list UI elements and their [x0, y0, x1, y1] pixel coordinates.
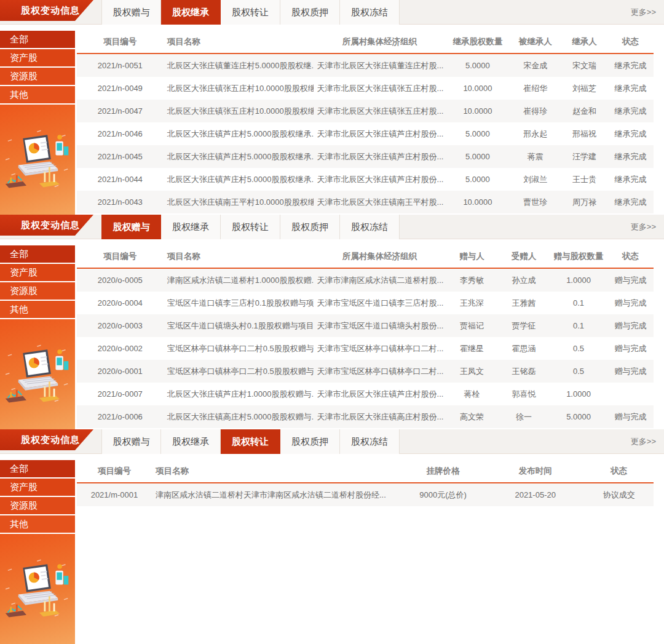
data-table: 项目编号项目名称挂牌价格发布时间状态 2021/m-0001津南区咸水沽镇二道桥…: [77, 460, 654, 644]
table-cell: 2021/m-0001: [77, 490, 152, 499]
tab-1-active[interactable]: 股权赠与: [101, 215, 161, 239]
table-cell: 继承完成: [607, 106, 654, 117]
tab-5[interactable]: 股权冻结: [340, 429, 400, 454]
section-banner: 股权变动信息: [0, 215, 93, 236]
table-row[interactable]: 2020/o-0001宝坻区林亭口镇林亭口二村0.5股股权赠与...天津市宝坻区…: [77, 360, 654, 383]
table-cell: 10.0000: [446, 197, 509, 207]
table-cell: 赠与完成: [607, 343, 654, 354]
sidebar-item-3[interactable]: 资源股: [0, 68, 75, 85]
table-cell: 王雅茜: [498, 298, 550, 309]
more-link[interactable]: 更多>>: [631, 215, 656, 239]
sidebar-item-1[interactable]: 全部: [0, 245, 75, 263]
tab-2[interactable]: 股权继承: [161, 429, 221, 454]
table-row[interactable]: 2020/o-0004宝坻区牛道口镇李三店村0.1股股权赠与项目天津市宝坻区牛道…: [77, 292, 654, 314]
table-cell: 2021/n-0046: [77, 129, 164, 138]
table-cell: 北辰区大张庄镇南王平村10.0000股股权继...: [164, 197, 314, 208]
table-cell: 5.0000: [446, 175, 509, 184]
column-header: 所属村集体经济组织: [314, 36, 446, 47]
table-cell: 赠与完成: [607, 275, 654, 286]
column-header: 挂牌价格: [400, 466, 486, 477]
table-cell: 1.0000: [550, 276, 607, 285]
table-cell: 继承完成: [607, 174, 654, 185]
table-row[interactable]: 2021/n-0043北辰区大张庄镇南王平村10.0000股股权继...天津市北…: [77, 191, 654, 213]
table-cell: 0.1: [550, 321, 607, 330]
sidebar-item-2[interactable]: 资产股: [0, 264, 75, 281]
laptop-charts-icon: [3, 557, 72, 621]
column-header: 被继承人: [509, 36, 561, 47]
tab-bar: 股权赠与股权继承股权转让股权质押股权冻结: [101, 215, 400, 239]
header-gap: [0, 454, 664, 460]
section-body: 全部资产股资源股其他 项目编号项目名称所属村集体经济组织赠与人受赠人赠与股权数量…: [0, 245, 664, 429]
table-cell: 天津市宝坻区林亭口镇林亭口二村...: [314, 366, 446, 377]
table-row[interactable]: 2021/n-0047北辰区大张庄镇张五庄村10.0000股股权继...天津市北…: [77, 100, 654, 122]
header-gap: [0, 25, 664, 31]
table-row[interactable]: 2021/n-0044北辰区大张庄镇芦庄村5.0000股股权继承...天津市北辰…: [77, 168, 654, 191]
table-cell: 继承完成: [607, 129, 654, 140]
tab-5[interactable]: 股权冻结: [340, 0, 400, 25]
sidebar-item-1[interactable]: 全部: [0, 460, 75, 477]
section-body: 全部资产股资源股其他 项目编号项目名称挂牌价格发布时间状态 2021/m-000…: [0, 460, 664, 644]
table-cell: 津南区咸水沽镇二道桥村天津市津南区咸水沽镇二道桥村股份经...: [152, 490, 400, 501]
sidebar-item-2[interactable]: 资产股: [0, 479, 75, 496]
table-cell: 协议成交: [584, 490, 654, 501]
column-header: 项目名称: [164, 251, 314, 262]
sidebar-item-2[interactable]: 资产股: [0, 49, 75, 66]
column-header: 项目编号: [77, 251, 164, 262]
table-row[interactable]: 2021/n-0046北辰区大张庄镇芦庄村5.0000股股权继承...天津市北辰…: [77, 122, 654, 145]
table-row[interactable]: 2021/o-0006北辰区大张庄镇高庄村5.0000股股权赠与...天津市北辰…: [77, 405, 654, 428]
table-cell: 2020/o-0005: [77, 276, 164, 285]
more-link[interactable]: 更多>>: [631, 429, 656, 454]
table-cell: 2021/n-0047: [77, 106, 164, 116]
table-cell: 北辰区大张庄镇芦庄村5.0000股股权继承...: [164, 174, 314, 185]
table-header-row: 项目编号项目名称所属村集体经济组织继承股权数量被继承人继承人状态: [77, 31, 654, 54]
tab-3[interactable]: 股权转让: [221, 0, 280, 25]
tab-4[interactable]: 股权质押: [280, 429, 340, 454]
sidebar-illustration: [0, 105, 75, 215]
sidebar-item-4[interactable]: 其他: [0, 86, 75, 103]
table-row[interactable]: 2021/m-0001津南区咸水沽镇二道桥村天津市津南区咸水沽镇二道桥村股份经.…: [77, 483, 654, 506]
sidebar-item-4[interactable]: 其他: [0, 301, 75, 318]
tab-4[interactable]: 股权质押: [280, 0, 340, 25]
table-cell: 北辰区大张庄镇芦庄村1.0000股股权赠与...: [164, 389, 314, 400]
table-cell: 天津市宝坻区牛道口镇塘头村股份...: [314, 320, 446, 332]
table-row[interactable]: 2021/n-0045北辰区大张庄镇芦庄村5.0000股股权继承...天津市北辰…: [77, 145, 654, 168]
table-cell: 天津市北辰区大张庄镇芦庄村股份...: [314, 389, 446, 400]
table-cell: 北辰区大张庄镇芦庄村5.0000股股权继承...: [164, 129, 314, 140]
table-cell: 2020/o-0002: [77, 344, 164, 353]
column-header: 项目编号: [77, 36, 164, 47]
tab-3[interactable]: 股权转让: [221, 215, 280, 239]
tab-2[interactable]: 股权继承: [161, 215, 221, 239]
sidebar-item-3[interactable]: 资源股: [0, 497, 75, 514]
more-link[interactable]: 更多>>: [631, 0, 656, 25]
table-cell: 0.5: [550, 367, 607, 376]
column-header: 项目名称: [152, 466, 400, 477]
table-cell: 北辰区大张庄镇芦庄村5.0000股股权继承...: [164, 151, 314, 162]
tab-1[interactable]: 股权赠与: [101, 0, 161, 25]
tab-2-active[interactable]: 股权继承: [161, 0, 221, 25]
table-cell: 天津市北辰区大张庄镇张五庄村股...: [314, 106, 446, 117]
tab-4[interactable]: 股权质押: [280, 215, 340, 239]
table-cell: 邢永起: [509, 129, 561, 140]
table-row[interactable]: 2021/o-0007北辰区大张庄镇芦庄村1.0000股股权赠与...天津市北辰…: [77, 383, 654, 405]
column-header: 状态: [607, 251, 654, 262]
tab-3-active[interactable]: 股权转让: [221, 429, 280, 454]
data-table: 项目编号项目名称所属村集体经济组织赠与人受赠人赠与股权数量状态 2020/o-0…: [77, 245, 654, 429]
tab-1[interactable]: 股权赠与: [101, 429, 161, 454]
table-row[interactable]: 2021/n-0049北辰区大张庄镇张五庄村10.0000股股权继...天津市北…: [77, 77, 654, 100]
table-row[interactable]: 2020/o-0003宝坻区牛道口镇塘头村0.1股股权赠与项目天津市宝坻区牛道口…: [77, 314, 654, 337]
table-row[interactable]: 2020/o-0002宝坻区林亭口镇林亭口二村0.5股股权赠与...天津市宝坻区…: [77, 337, 654, 360]
table-cell: 天津市北辰区大张庄镇芦庄村股份...: [314, 174, 446, 185]
sidebar-item-3[interactable]: 资源股: [0, 282, 75, 300]
table-row[interactable]: 2021/n-0051北辰区大张庄镇董连庄村5.0000股股权继...天津市北辰…: [77, 54, 654, 77]
equity-change-portal: 股权变动信息 股权赠与股权继承股权转让股权质押股权冻结 更多>> 全部资产股资源…: [0, 0, 664, 644]
tab-5[interactable]: 股权冻结: [340, 215, 400, 239]
table-row[interactable]: 2020/o-0005津南区咸水沽镇二道桥村1.0000股股权赠...天津市津南…: [77, 269, 654, 292]
sidebar-item-4[interactable]: 其他: [0, 515, 75, 533]
table-cell: 2021/o-0006: [77, 412, 164, 421]
table-cell: 崔绍华: [509, 83, 561, 94]
table-cell: 9000元(总价): [400, 490, 486, 501]
table-cell: 宝坻区林亭口镇林亭口二村0.5股股权赠与...: [164, 343, 314, 354]
sidebar-item-1[interactable]: 全部: [0, 31, 75, 48]
table-cell: 北辰区大张庄镇董连庄村5.0000股股权继...: [164, 60, 314, 71]
section: 股权变动信息 股权赠与股权继承股权转让股权质押股权冻结 更多>> 全部资产股资源…: [0, 429, 664, 644]
